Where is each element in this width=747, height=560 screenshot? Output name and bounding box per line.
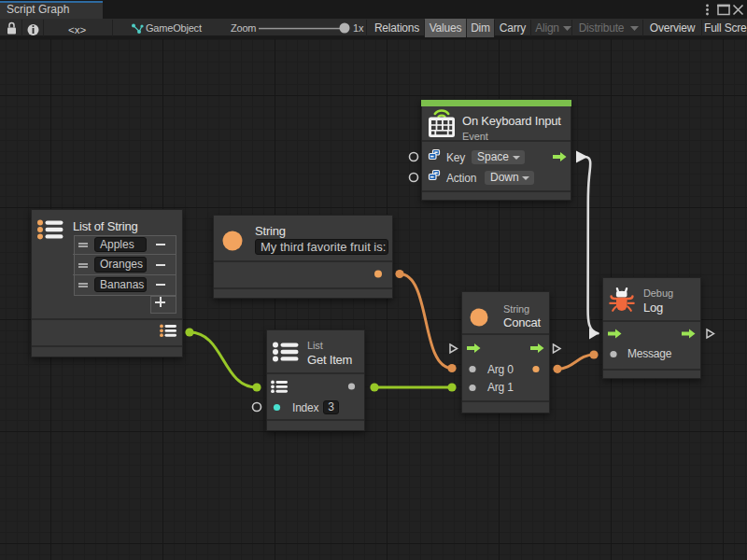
svg-text:<x>: <x> [68,24,86,35]
